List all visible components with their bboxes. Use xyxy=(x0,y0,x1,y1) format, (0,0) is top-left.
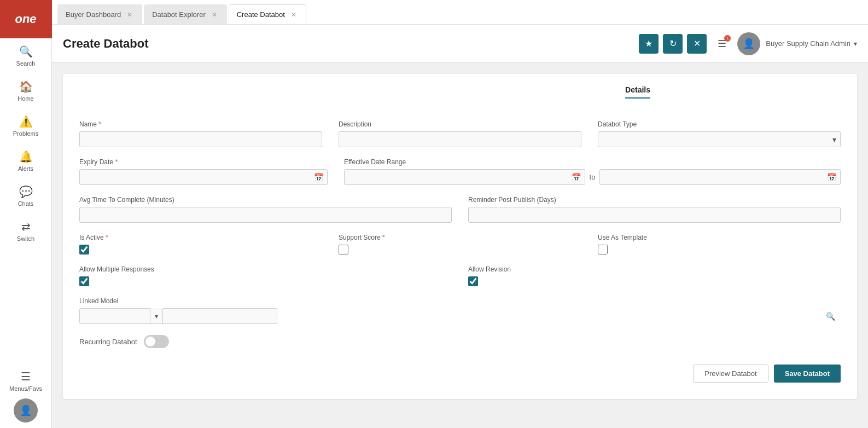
close-tab-button[interactable]: ✕ xyxy=(687,34,707,54)
user-avatar-bottom[interactable]: 👤 xyxy=(14,398,38,423)
effective-date-group: Effective Date Range 📅 to 📅 xyxy=(344,158,841,185)
form-row-4: Is Active * Support Score * xyxy=(79,234,841,255)
form-row-2: Expiry Date * 📅 Effective Date Range 📅 xyxy=(79,158,841,185)
menu-button[interactable]: ☰ 1 xyxy=(712,34,732,54)
effective-date-to-input[interactable] xyxy=(599,169,841,185)
content-area: Details Name * Description Databot Type xyxy=(52,63,868,428)
search-icon: 🔍 xyxy=(19,45,33,58)
expiry-required: * xyxy=(115,158,118,166)
reminder-input[interactable] xyxy=(468,207,841,223)
page-title: Create Databot xyxy=(63,37,633,51)
databot-type-group: Databot Type ▾ xyxy=(598,120,841,147)
switch-icon: ⇄ xyxy=(21,220,31,233)
sidebar-label-chats: Chats xyxy=(18,200,34,207)
name-label: Name * xyxy=(79,120,322,128)
databot-type-input[interactable] xyxy=(598,131,841,147)
dropdown-arrow-icon: ▾ xyxy=(854,40,857,48)
preview-databot-button[interactable]: Preview Databot xyxy=(693,365,768,383)
tab-label-databot-explorer: Databot Explorer xyxy=(152,10,206,19)
effective-date-to-wrapper: 📅 xyxy=(599,169,841,185)
sidebar-label-problems: Problems xyxy=(13,130,38,137)
effective-date-label: Effective Date Range xyxy=(344,158,841,166)
use-as-template-checkbox[interactable] xyxy=(598,245,608,255)
description-group: Description xyxy=(339,120,581,147)
menu-icon: ☰ xyxy=(21,370,31,383)
avg-time-label: Avg Time To Complete (Minutes) xyxy=(79,196,452,204)
tab-label-create-databot: Create Databot xyxy=(237,10,285,19)
logo-text: one xyxy=(15,12,36,26)
form-row-1: Name * Description Databot Type ▾ xyxy=(79,120,841,147)
name-input[interactable] xyxy=(79,131,322,147)
linked-model-row: ▾ 🔍 xyxy=(79,308,841,324)
is-active-group: Is Active * xyxy=(79,234,322,255)
effective-date-from-input[interactable] xyxy=(344,169,585,185)
linked-model-select[interactable] xyxy=(79,308,150,324)
linked-model-search-wrapper: 🔍 xyxy=(163,308,841,324)
tab-close-buyer-dashboard[interactable]: ✕ xyxy=(125,10,134,19)
sidebar-item-search[interactable]: 🔍 Search xyxy=(0,38,51,73)
tab-bar: Buyer Dashboard ✕ Databot Explorer ✕ Cre… xyxy=(52,0,868,25)
refresh-button[interactable]: ↻ xyxy=(663,34,683,54)
avatar[interactable]: 👤 xyxy=(737,32,760,55)
close-icon: ✕ xyxy=(694,38,701,49)
sidebar-label-switch: Switch xyxy=(17,235,34,242)
header-bar: Create Databot ★ ↻ ✕ ☰ 1 👤 Buyer Supply … xyxy=(52,25,868,63)
app-logo[interactable]: one xyxy=(0,0,52,38)
expiry-date-input[interactable] xyxy=(79,169,328,185)
tab-create-databot[interactable]: Create Databot ✕ xyxy=(229,4,306,24)
tab-close-databot-explorer[interactable]: ✕ xyxy=(210,10,219,19)
user-profile[interactable]: Buyer Supply Chain Admin ▾ xyxy=(766,39,857,48)
tab-close-create-databot[interactable]: ✕ xyxy=(289,10,298,19)
menu-badge: 1 xyxy=(724,35,731,42)
support-score-group: Support Score * xyxy=(339,234,581,255)
linked-model-search-input[interactable] xyxy=(163,308,277,324)
calendar-icon-from[interactable]: 📅 xyxy=(572,173,581,182)
main-content: Buyer Dashboard ✕ Databot Explorer ✕ Cre… xyxy=(52,0,868,428)
sidebar-label-menus: Menus/Favs xyxy=(9,385,42,392)
avatar-icon: 👤 xyxy=(20,404,32,417)
details-tab[interactable]: Details xyxy=(625,85,650,99)
reminder-label: Reminder Post Publish (Days) xyxy=(468,196,841,204)
is-active-label: Is Active * xyxy=(79,234,322,241)
toggle-slider xyxy=(144,335,169,348)
description-label: Description xyxy=(339,120,581,128)
name-required: * xyxy=(98,120,101,128)
allow-revision-group: Allow Revision xyxy=(468,265,841,286)
star-icon: ★ xyxy=(645,38,653,49)
tab-buyer-dashboard[interactable]: Buyer Dashboard ✕ xyxy=(57,4,142,24)
sidebar-item-alerts[interactable]: 🔔 Alerts xyxy=(0,143,51,178)
effective-date-range-row: 📅 to 📅 xyxy=(344,169,841,185)
description-input[interactable] xyxy=(339,131,581,147)
avg-time-group: Avg Time To Complete (Minutes) xyxy=(79,196,452,223)
allow-revision-checkbox[interactable] xyxy=(468,276,478,286)
databot-type-select-wrapper: ▾ xyxy=(598,131,841,147)
avg-time-input[interactable] xyxy=(79,207,452,223)
calendar-icon-to[interactable]: 📅 xyxy=(827,173,836,182)
allow-multiple-checkbox[interactable] xyxy=(79,276,89,286)
sidebar-item-home[interactable]: 🏠 Home xyxy=(0,73,51,108)
calendar-icon-expiry[interactable]: 📅 xyxy=(314,173,323,182)
sidebar-item-chats[interactable]: 💬 Chats xyxy=(0,178,51,213)
is-active-checkbox[interactable] xyxy=(79,245,89,255)
form-row-linked-model: Linked Model ▾ 🔍 xyxy=(79,297,841,324)
allow-multiple-label: Allow Multiple Responses xyxy=(79,265,452,273)
sidebar-label-home: Home xyxy=(18,95,33,102)
databot-type-label: Databot Type xyxy=(598,120,841,128)
linked-model-dropdown-button[interactable]: ▾ xyxy=(150,309,163,324)
favorite-button[interactable]: ★ xyxy=(639,34,659,54)
sidebar-item-menus[interactable]: ☰ Menus/Favs xyxy=(9,363,42,398)
avatar-image-icon: 👤 xyxy=(743,38,755,50)
name-group: Name * xyxy=(79,120,322,147)
sidebar-item-problems[interactable]: ⚠️ Problems xyxy=(0,108,51,143)
recurring-label: Recurring Databot xyxy=(79,338,137,346)
sidebar-item-switch[interactable]: ⇄ Switch xyxy=(0,213,51,248)
chats-icon: 💬 xyxy=(19,185,33,198)
recurring-toggle[interactable] xyxy=(144,335,169,348)
tab-databot-explorer[interactable]: Databot Explorer ✕ xyxy=(144,4,227,24)
home-icon: 🏠 xyxy=(19,80,33,93)
support-score-checkbox[interactable] xyxy=(339,245,348,255)
linked-model-search-icon[interactable]: 🔍 xyxy=(826,312,835,321)
save-databot-button[interactable]: Save Databot xyxy=(774,365,841,383)
alerts-icon: 🔔 xyxy=(19,150,33,163)
sidebar: one 🔍 Search 🏠 Home ⚠️ Problems 🔔 Alerts… xyxy=(0,0,52,428)
